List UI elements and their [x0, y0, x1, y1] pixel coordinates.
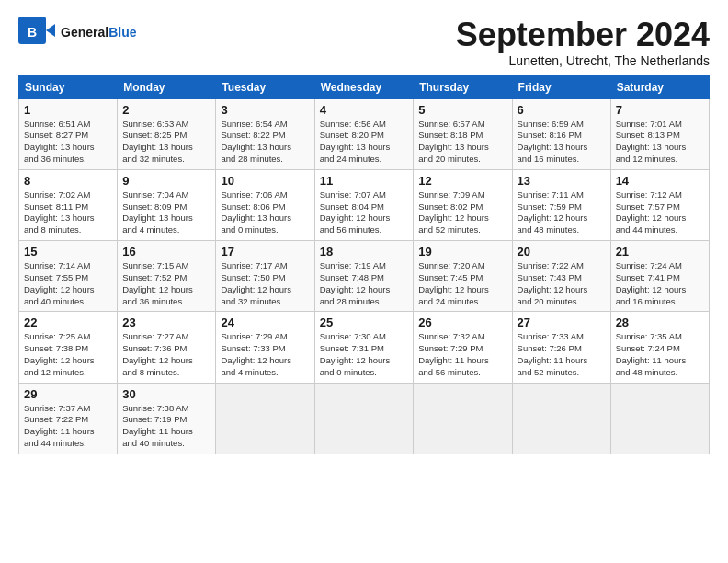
- calendar-cell: 14Sunrise: 7:12 AM Sunset: 7:57 PM Dayli…: [610, 169, 709, 240]
- svg-marker-1: [46, 24, 55, 37]
- day-number: 5: [418, 103, 506, 117]
- day-number: 26: [418, 316, 506, 329]
- day-info: Sunrise: 7:33 AM Sunset: 7:26 PM Dayligh…: [518, 331, 606, 378]
- day-info: Sunrise: 7:22 AM Sunset: 7:43 PM Dayligh…: [518, 260, 606, 307]
- day-info: Sunrise: 6:59 AM Sunset: 8:16 PM Dayligh…: [518, 119, 606, 166]
- calendar-cell: 5Sunrise: 6:57 AM Sunset: 8:18 PM Daylig…: [414, 98, 512, 169]
- day-number: 12: [418, 174, 506, 188]
- calendar-cell: 10Sunrise: 7:06 AM Sunset: 8:06 PM Dayli…: [216, 169, 314, 240]
- calendar-cell: [216, 383, 314, 454]
- calendar-cell: 16Sunrise: 7:15 AM Sunset: 7:52 PM Dayli…: [118, 241, 216, 312]
- calendar-cell: 29Sunrise: 7:37 AM Sunset: 7:22 PM Dayli…: [19, 383, 118, 454]
- day-number: 19: [418, 245, 506, 259]
- calendar-cell: 15Sunrise: 7:14 AM Sunset: 7:55 PM Dayli…: [19, 241, 118, 312]
- day-info: Sunrise: 7:24 AM Sunset: 7:41 PM Dayligh…: [616, 260, 704, 307]
- weekday-header-wednesday: Wednesday: [314, 75, 414, 98]
- weekday-header-row: SundayMondayTuesdayWednesdayThursdayFrid…: [19, 75, 710, 98]
- day-number: 3: [221, 103, 309, 117]
- calendar: SundayMondayTuesdayWednesdayThursdayFrid…: [18, 75, 710, 454]
- calendar-cell: 12Sunrise: 7:09 AM Sunset: 8:02 PM Dayli…: [414, 169, 512, 240]
- day-info: Sunrise: 7:30 AM Sunset: 7:31 PM Dayligh…: [320, 331, 409, 378]
- calendar-cell: 25Sunrise: 7:30 AM Sunset: 7:31 PM Dayli…: [314, 312, 414, 383]
- day-info: Sunrise: 7:38 AM Sunset: 7:19 PM Dayligh…: [122, 403, 210, 450]
- day-number: 23: [122, 316, 210, 329]
- day-info: Sunrise: 7:29 AM Sunset: 7:33 PM Dayligh…: [221, 331, 309, 378]
- day-number: 9: [122, 174, 210, 188]
- calendar-cell: 3Sunrise: 6:54 AM Sunset: 8:22 PM Daylig…: [216, 98, 314, 169]
- calendar-cell: 19Sunrise: 7:20 AM Sunset: 7:45 PM Dayli…: [414, 241, 512, 312]
- day-number: 30: [122, 387, 210, 401]
- calendar-cell: 24Sunrise: 7:29 AM Sunset: 7:33 PM Dayli…: [216, 312, 314, 383]
- day-number: 16: [122, 245, 210, 259]
- day-number: 27: [518, 316, 606, 329]
- day-info: Sunrise: 7:19 AM Sunset: 7:48 PM Dayligh…: [320, 260, 409, 307]
- day-info: Sunrise: 7:12 AM Sunset: 7:57 PM Dayligh…: [616, 190, 704, 236]
- day-number: 7: [616, 103, 704, 117]
- logo-general: General: [61, 25, 108, 40]
- calendar-week-4: 22Sunrise: 7:25 AM Sunset: 7:38 PM Dayli…: [19, 312, 710, 383]
- day-number: 2: [122, 103, 210, 117]
- subtitle: Lunetten, Utrecht, The Netherlands: [456, 53, 710, 68]
- weekday-header-friday: Friday: [512, 75, 610, 98]
- calendar-cell: 9Sunrise: 7:04 AM Sunset: 8:09 PM Daylig…: [118, 169, 216, 240]
- day-number: 29: [24, 387, 112, 401]
- calendar-cell: [314, 383, 414, 454]
- calendar-cell: 6Sunrise: 6:59 AM Sunset: 8:16 PM Daylig…: [512, 98, 610, 169]
- day-number: 21: [616, 245, 704, 259]
- title-block: September 2024 Lunetten, Utrecht, The Ne…: [456, 17, 710, 68]
- logo-text-block: GeneralBlue: [61, 25, 136, 40]
- day-number: 25: [320, 316, 409, 329]
- calendar-cell: 28Sunrise: 7:35 AM Sunset: 7:24 PM Dayli…: [610, 312, 709, 383]
- day-info: Sunrise: 7:07 AM Sunset: 8:04 PM Dayligh…: [320, 190, 409, 236]
- calendar-week-2: 8Sunrise: 7:02 AM Sunset: 8:11 PM Daylig…: [19, 169, 710, 240]
- day-number: 22: [24, 316, 112, 329]
- day-number: 28: [616, 316, 704, 329]
- weekday-header-thursday: Thursday: [414, 75, 512, 98]
- day-number: 20: [518, 245, 606, 259]
- day-number: 4: [320, 103, 409, 117]
- day-info: Sunrise: 7:06 AM Sunset: 8:06 PM Dayligh…: [221, 190, 309, 236]
- day-info: Sunrise: 7:15 AM Sunset: 7:52 PM Dayligh…: [122, 260, 210, 307]
- day-number: 6: [518, 103, 606, 117]
- day-info: Sunrise: 7:11 AM Sunset: 7:59 PM Dayligh…: [518, 190, 606, 236]
- day-number: 1: [24, 103, 112, 117]
- calendar-cell: 1Sunrise: 6:51 AM Sunset: 8:27 PM Daylig…: [19, 98, 118, 169]
- calendar-cell: 23Sunrise: 7:27 AM Sunset: 7:36 PM Dayli…: [118, 312, 216, 383]
- day-info: Sunrise: 6:56 AM Sunset: 8:20 PM Dayligh…: [320, 119, 409, 166]
- calendar-cell: 26Sunrise: 7:32 AM Sunset: 7:29 PM Dayli…: [414, 312, 512, 383]
- svg-text:B: B: [28, 25, 37, 40]
- weekday-header-sunday: Sunday: [19, 75, 118, 98]
- calendar-cell: 27Sunrise: 7:33 AM Sunset: 7:26 PM Dayli…: [512, 312, 610, 383]
- page-header: B GeneralBlue September 2024 Lunetten, U…: [18, 17, 710, 68]
- calendar-week-3: 15Sunrise: 7:14 AM Sunset: 7:55 PM Dayli…: [19, 241, 710, 312]
- calendar-cell: 8Sunrise: 7:02 AM Sunset: 8:11 PM Daylig…: [19, 169, 118, 240]
- calendar-cell: 2Sunrise: 6:53 AM Sunset: 8:25 PM Daylig…: [118, 98, 216, 169]
- calendar-cell: 7Sunrise: 7:01 AM Sunset: 8:13 PM Daylig…: [610, 98, 709, 169]
- day-info: Sunrise: 7:35 AM Sunset: 7:24 PM Dayligh…: [616, 331, 704, 378]
- day-info: Sunrise: 6:57 AM Sunset: 8:18 PM Dayligh…: [418, 119, 506, 166]
- day-info: Sunrise: 7:17 AM Sunset: 7:50 PM Dayligh…: [221, 260, 309, 307]
- logo-blue: Blue: [108, 25, 136, 40]
- calendar-cell: 11Sunrise: 7:07 AM Sunset: 8:04 PM Dayli…: [314, 169, 414, 240]
- calendar-cell: [512, 383, 610, 454]
- day-info: Sunrise: 7:27 AM Sunset: 7:36 PM Dayligh…: [122, 331, 210, 378]
- calendar-cell: 20Sunrise: 7:22 AM Sunset: 7:43 PM Dayli…: [512, 241, 610, 312]
- day-number: 17: [221, 245, 309, 259]
- calendar-cell: 18Sunrise: 7:19 AM Sunset: 7:48 PM Dayli…: [314, 241, 414, 312]
- month-title: September 2024: [456, 17, 710, 53]
- day-info: Sunrise: 6:51 AM Sunset: 8:27 PM Dayligh…: [24, 119, 112, 166]
- day-info: Sunrise: 7:32 AM Sunset: 7:29 PM Dayligh…: [418, 331, 506, 378]
- calendar-week-1: 1Sunrise: 6:51 AM Sunset: 8:27 PM Daylig…: [19, 98, 710, 169]
- calendar-cell: [414, 383, 512, 454]
- day-info: Sunrise: 7:09 AM Sunset: 8:02 PM Dayligh…: [418, 190, 506, 236]
- calendar-cell: 4Sunrise: 6:56 AM Sunset: 8:20 PM Daylig…: [314, 98, 414, 169]
- day-info: Sunrise: 7:04 AM Sunset: 8:09 PM Dayligh…: [122, 190, 210, 236]
- calendar-cell: 17Sunrise: 7:17 AM Sunset: 7:50 PM Dayli…: [216, 241, 314, 312]
- day-number: 24: [221, 316, 309, 329]
- day-info: Sunrise: 7:02 AM Sunset: 8:11 PM Dayligh…: [24, 190, 112, 236]
- day-info: Sunrise: 7:25 AM Sunset: 7:38 PM Dayligh…: [24, 331, 112, 378]
- logo: B GeneralBlue: [18, 17, 136, 48]
- day-info: Sunrise: 6:53 AM Sunset: 8:25 PM Dayligh…: [122, 119, 210, 166]
- calendar-cell: [610, 383, 709, 454]
- day-number: 11: [320, 174, 409, 188]
